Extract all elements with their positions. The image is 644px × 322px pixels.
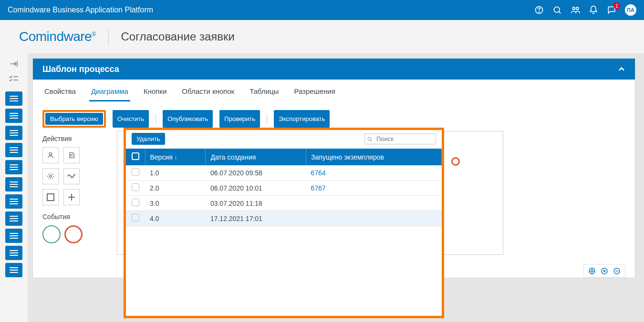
- zoom-in-icon[interactable]: [600, 267, 609, 275]
- script-task-icon[interactable]: [63, 147, 80, 163]
- checklist-icon[interactable]: [7, 73, 21, 85]
- events-tools: [42, 225, 104, 243]
- row-checkbox[interactable]: [132, 168, 139, 176]
- row-checkbox[interactable]: [132, 183, 139, 191]
- logo: Comindware®: [19, 29, 96, 44]
- square-icon[interactable]: [42, 189, 59, 205]
- table-body: 1.0 06.07.2020 09:58 6764 2.0 06.07.2020…: [126, 165, 442, 226]
- rail-item-3[interactable]: [5, 126, 22, 140]
- rail-item-9[interactable]: [5, 229, 22, 243]
- svg-point-5: [576, 7, 579, 10]
- tab-properties[interactable]: Свойства: [42, 84, 78, 101]
- chevron-up-icon: [617, 64, 626, 76]
- gear-icon[interactable]: [42, 168, 59, 184]
- col-version[interactable]: Версия ↑: [145, 149, 206, 165]
- tab-button-areas[interactable]: Области кнопок: [180, 84, 236, 101]
- popup-toolbar: Удалить: [126, 133, 442, 149]
- help-icon[interactable]: [534, 5, 544, 15]
- col-created[interactable]: Дата создания: [206, 149, 306, 165]
- svg-line-22: [371, 140, 372, 141]
- wave-icon[interactable]: [63, 168, 80, 184]
- tab-tables[interactable]: Таблицы: [248, 84, 280, 101]
- notif-badge: 1: [613, 2, 620, 9]
- svg-rect-10: [47, 194, 54, 201]
- user-task-icon[interactable]: [42, 147, 59, 163]
- rail-item-11[interactable]: [5, 263, 22, 277]
- tab-diagram[interactable]: Диаграмма: [89, 84, 130, 101]
- search-icon[interactable]: [552, 5, 562, 15]
- select-version-highlight: Выбрать версию: [42, 110, 106, 128]
- col-instances[interactable]: Запущено экземпляров: [306, 149, 442, 165]
- search-input[interactable]: [364, 133, 436, 144]
- checkbox-header[interactable]: [126, 149, 145, 165]
- zoom-fit-icon[interactable]: [588, 267, 596, 275]
- rail-item-5[interactable]: [5, 160, 22, 174]
- table-row[interactable]: 1.0 06.07.2020 09:58 6764: [126, 165, 442, 181]
- svg-point-1: [539, 12, 539, 12]
- divider: [108, 28, 109, 45]
- tab-permissions[interactable]: Разрешения: [292, 84, 337, 101]
- start-event-icon[interactable]: [42, 225, 61, 243]
- delete-button[interactable]: Удалить: [132, 133, 165, 145]
- side-tool-panel: Действия События: [42, 135, 104, 268]
- people-icon[interactable]: [571, 5, 580, 15]
- rail-item-6[interactable]: [5, 177, 22, 191]
- table-row[interactable]: 4.0 17.12.2021 17:01: [126, 211, 442, 226]
- rail-item-4[interactable]: [5, 143, 22, 157]
- panel-title: Шаблон процесса: [42, 64, 119, 74]
- svg-point-21: [368, 137, 371, 141]
- end-event-node[interactable]: [451, 157, 460, 166]
- table-row[interactable]: 3.0 03.07.2020 11:18: [126, 196, 442, 211]
- avatar[interactable]: ПА: [625, 4, 636, 16]
- topbar-icons: 1 ПА: [534, 4, 636, 16]
- chat-icon[interactable]: 1: [607, 5, 616, 15]
- svg-line-3: [559, 11, 561, 13]
- row-checkbox[interactable]: [132, 199, 139, 206]
- subheader: Comindware® Согласование заявки: [0, 20, 644, 53]
- bell-icon[interactable]: [589, 5, 598, 15]
- table-row[interactable]: 2.0 06.07.2020 10:01 6767: [126, 181, 442, 196]
- tabs: Свойства Диаграмма Кнопки Области кнопок…: [33, 80, 635, 101]
- panel-header[interactable]: Шаблон процесса: [33, 59, 635, 80]
- svg-point-9: [50, 175, 52, 177]
- rail-item-1[interactable]: [5, 91, 22, 106]
- end-event-icon[interactable]: [64, 225, 83, 243]
- svg-point-4: [572, 7, 575, 10]
- version-popup: Удалить Версия ↑ Дата создания Запущено …: [124, 128, 444, 318]
- svg-point-8: [49, 153, 52, 155]
- rail-item-2[interactable]: [5, 109, 22, 123]
- tab-buttons[interactable]: Кнопки: [142, 84, 168, 101]
- app-title: Comindware Business Application Platform: [8, 6, 534, 14]
- topbar: Comindware Business Application Platform…: [0, 0, 644, 20]
- select-version-button[interactable]: Выбрать версию: [45, 113, 103, 125]
- actions-tools: [42, 147, 83, 205]
- left-rail: [0, 53, 28, 322]
- page-title: Согласование заявки: [121, 30, 235, 43]
- rail-item-8[interactable]: [5, 211, 22, 226]
- rail-item-10[interactable]: [5, 246, 22, 260]
- versions-table: Версия ↑ Дата создания Запущено экземпля…: [126, 149, 442, 226]
- zoom-out-icon[interactable]: [613, 267, 621, 275]
- collapse-icon[interactable]: [7, 58, 21, 70]
- events-label: События: [42, 213, 104, 221]
- plus-icon[interactable]: [63, 189, 80, 205]
- search-icon: [367, 135, 373, 144]
- svg-point-2: [554, 7, 560, 12]
- zoom-controls: [583, 264, 625, 278]
- row-checkbox[interactable]: [132, 214, 139, 221]
- search-box: [364, 133, 436, 144]
- sort-asc-icon: ↑: [175, 155, 177, 161]
- rail-item-7[interactable]: [5, 194, 22, 209]
